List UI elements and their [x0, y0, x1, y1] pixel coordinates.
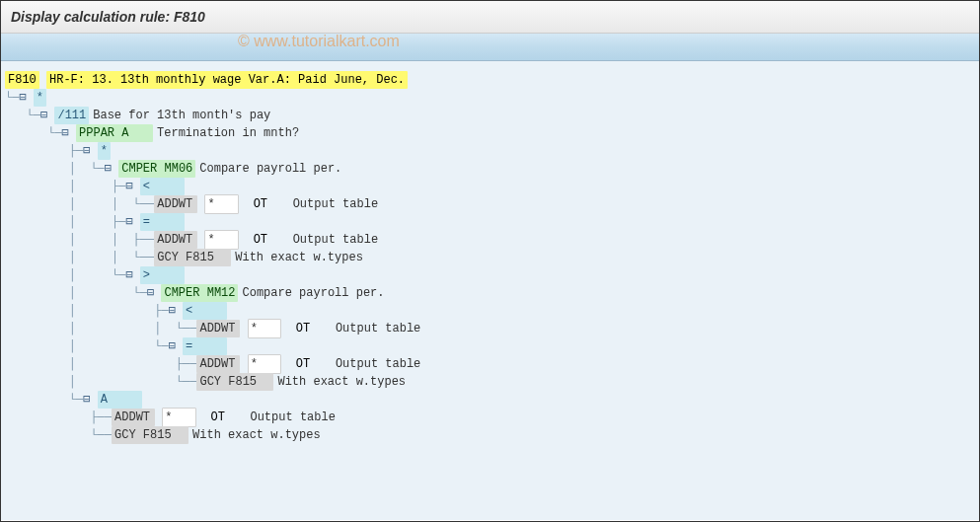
node-desc: Termination in mnth?	[153, 124, 299, 142]
collapse-icon[interactable]: ⊟	[19, 89, 33, 107]
operation-node: PPPAR A	[76, 124, 153, 142]
node-desc: Output table	[246, 409, 335, 426]
node-desc: Compare payroll per.	[195, 160, 341, 178]
tree-connector: │ └─	[5, 266, 125, 284]
op-param: *	[204, 230, 239, 250]
collapse-icon[interactable]: ⊟	[83, 391, 97, 409]
tree-connector: │ ├─	[5, 302, 169, 320]
operation-leaf: GCY F815	[154, 249, 231, 266]
tree-row[interactable]: │ ├─⊟ <	[5, 178, 975, 195]
tree-row[interactable]: │ │ ├──ADDWT * OT Output table	[5, 231, 975, 249]
tree-row[interactable]: │ ├──ADDWT * OT Output table	[5, 355, 975, 373]
rule-title: HR-F: 13. 13th monthly wage Var.A: Paid …	[46, 71, 408, 89]
branch-node: A	[98, 391, 142, 409]
op-param: *	[162, 408, 196, 427]
tree-row[interactable]: │ │ └──GCY F815 With exact w.types	[5, 249, 975, 266]
tree-row[interactable]: │ └─⊟ =	[5, 337, 975, 355]
compare-node: =	[183, 337, 227, 355]
wage-type: /111	[54, 107, 89, 124]
operation-leaf: ADDWT	[112, 409, 155, 426]
node-desc: With exact w.types	[188, 426, 321, 444]
tree-connector: │ └──	[5, 373, 196, 391]
node-desc: Output table	[289, 195, 378, 213]
tree-connector: └──	[5, 426, 112, 444]
tree-connector: │ └─	[5, 337, 169, 355]
tree-connector: ├──	[5, 409, 112, 426]
collapse-icon[interactable]: ⊟	[40, 107, 54, 124]
tree-connector: │ ├─	[5, 213, 125, 231]
tree-row[interactable]: │ ├─⊟ =	[5, 213, 975, 231]
compare-node: >	[140, 266, 185, 284]
toolbar	[1, 34, 979, 61]
op-param: *	[204, 194, 239, 214]
tree-row[interactable]: │ │ └──ADDWT * OT Output table	[5, 320, 975, 337]
collapse-icon[interactable]: ⊟	[169, 337, 183, 355]
collapse-icon[interactable]: ⊟	[125, 266, 139, 284]
tree-connector: │ │ └──	[5, 195, 154, 213]
node-desc: Compare payroll per.	[238, 284, 384, 302]
tree-row[interactable]: │ │ └──ADDWT * OT Output table	[5, 195, 975, 213]
compare-node: =	[140, 213, 185, 231]
star-node: *	[34, 89, 46, 107]
tree-row-root[interactable]: F810 HR-F: 13. 13th monthly wage Var.A: …	[5, 71, 975, 89]
tree-row[interactable]: ├─⊟ *	[5, 142, 975, 160]
node-desc: Output table	[332, 320, 420, 337]
op-param: *	[248, 354, 282, 374]
tree-connector: │ └─	[5, 284, 147, 302]
star-node: *	[98, 142, 111, 160]
node-desc: With exact w.types	[273, 373, 406, 391]
tree-connector: │ │ └──	[5, 320, 196, 337]
operation-node: CMPER MM06	[118, 160, 195, 178]
operation-leaf: GCY F815	[196, 373, 273, 391]
tree-row[interactable]: │ └─⊟ CMPER MM12Compare payroll per.	[5, 284, 975, 302]
node-desc: Output table	[289, 231, 378, 249]
tree-row[interactable]: └─⊟ /111Base for 13th month's pay	[5, 107, 975, 124]
collapse-icon[interactable]: ⊟	[62, 124, 76, 142]
operation-leaf: ADDWT	[154, 231, 197, 249]
operation-leaf: ADDWT	[154, 195, 197, 213]
collapse-icon[interactable]: ⊟	[105, 160, 118, 178]
tree-connector: └─	[5, 391, 83, 409]
op-param: *	[248, 319, 282, 338]
tree-row[interactable]: │ └─⊟ CMPER MM06Compare payroll per.	[5, 160, 975, 178]
node-desc: Base for 13th month's pay	[89, 107, 270, 124]
tree-connector: │ └─	[5, 160, 105, 178]
tree-row[interactable]: ├──ADDWT * OT Output table	[5, 409, 975, 426]
collapse-icon[interactable]: ⊟	[83, 142, 97, 160]
tree-connector: │ ├─	[5, 178, 125, 195]
node-desc: With exact w.types	[231, 249, 363, 266]
operation-leaf: GCY F815	[112, 426, 188, 444]
tree-row[interactable]: │ └─⊟ >	[5, 266, 975, 284]
compare-node: <	[183, 302, 227, 320]
operation-leaf: ADDWT	[196, 320, 240, 337]
tree-connector: │ │ └──	[5, 249, 154, 266]
tree-row[interactable]: │ ├─⊟ <	[5, 302, 975, 320]
tree-connector: │ │ ├──	[5, 231, 154, 249]
tree-connector: └─	[5, 107, 40, 124]
collapse-icon[interactable]: ⊟	[147, 284, 161, 302]
tree-row[interactable]: └─⊟ A	[5, 391, 975, 409]
rule-tree: F810 HR-F: 13. 13th monthly wage Var.A: …	[1, 61, 979, 520]
tree-row[interactable]: └─⊟ *	[5, 89, 975, 107]
tree-connector: └─	[5, 89, 19, 107]
tree-row[interactable]: └──GCY F815 With exact w.types	[5, 426, 975, 444]
tree-connector: ├─	[5, 142, 83, 160]
window-title: Display calculation rule: F810	[1, 1, 979, 34]
tree-connector: │ ├──	[5, 355, 196, 373]
collapse-icon[interactable]: ⊟	[169, 302, 183, 320]
tree-row[interactable]: └─⊟ PPPAR A Termination in mnth?	[5, 124, 975, 142]
rule-code: F810	[5, 71, 39, 89]
collapse-icon[interactable]: ⊟	[125, 213, 139, 231]
operation-node: CMPER MM12	[161, 284, 238, 302]
compare-node: <	[140, 178, 185, 195]
node-desc: Output table	[332, 355, 420, 373]
tree-row[interactable]: │ └──GCY F815 With exact w.types	[5, 373, 975, 391]
operation-leaf: ADDWT	[196, 355, 240, 373]
collapse-icon[interactable]: ⊟	[125, 178, 139, 195]
tree-connector: └─	[5, 124, 62, 142]
